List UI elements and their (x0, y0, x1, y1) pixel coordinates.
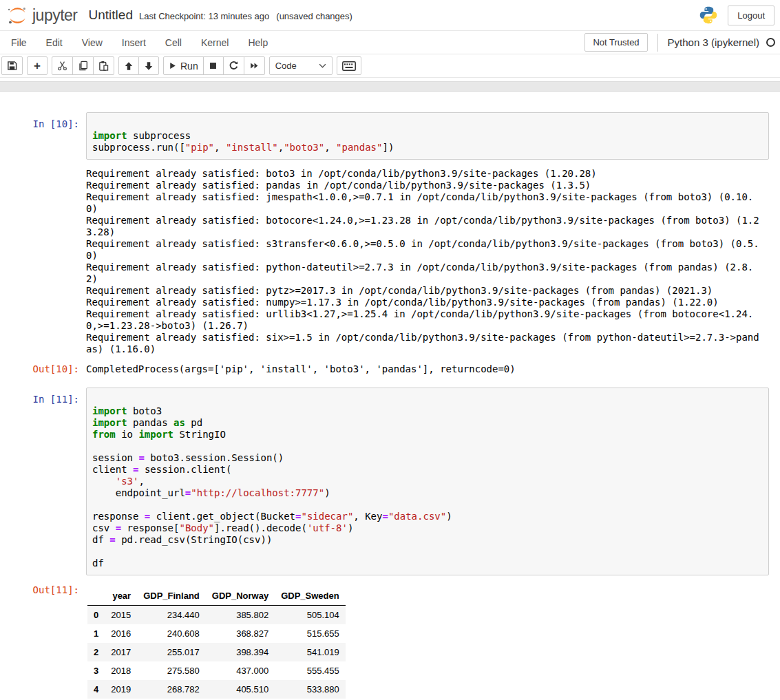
menu-item-file[interactable]: File (1, 32, 36, 54)
run-cell-button[interactable]: Run (163, 56, 204, 75)
code-line (92, 118, 766, 130)
row-index: 3 (87, 661, 105, 680)
cell-type-select[interactable]: Code (269, 56, 333, 75)
copy-cell-button[interactable] (72, 56, 94, 75)
code-line (92, 499, 766, 511)
menu-item-cell[interactable]: Cell (156, 32, 191, 54)
toolbar: + (0, 54, 780, 78)
fast-forward-icon (249, 61, 260, 70)
code-line (92, 394, 766, 405)
copy-icon (78, 61, 88, 71)
row-index: 0 (87, 606, 105, 625)
code-editor-2[interactable]: import boto3import pandas as pdfrom io i… (86, 388, 769, 575)
kernel-idle-icon (766, 38, 775, 47)
table-row: 12016240.608368.827515.655 (87, 624, 346, 643)
code-line: session = boto3.session.Session() (92, 452, 766, 464)
menu-bar: FileEditViewInsertCellKernelHelp Not Tru… (0, 31, 780, 54)
column-header: GDP_Finland (137, 586, 206, 606)
table-cell: 505.104 (275, 606, 346, 625)
code-line: endpoint_url="http://localhost:7777") (92, 487, 766, 499)
output-row-1: Out[10]: CompletedProcess(args=['pip', '… (0, 363, 780, 375)
table-cell: 2015 (105, 606, 137, 625)
table-cell: 240.608 (137, 624, 206, 643)
code-line (92, 441, 766, 452)
table-cell: 368.827 (206, 624, 275, 643)
row-index: 1 (87, 624, 105, 643)
table-cell: 2017 (105, 643, 137, 661)
move-cell-down-button[interactable] (138, 56, 159, 75)
not-trusted-button[interactable]: Not Trusted (584, 33, 647, 52)
code-line: client = session.client( (92, 464, 766, 476)
input-prompt: In [10]: (0, 112, 86, 130)
notebook-header: jupyter Untitled Last Checkpoint: 13 min… (0, 0, 780, 31)
restart-icon (229, 61, 239, 71)
code-line: response = client.get_object(Bucket="sid… (92, 511, 766, 522)
jupyter-logo[interactable]: jupyter (7, 6, 78, 25)
play-icon (169, 61, 177, 70)
code-line: 's3', (92, 476, 766, 487)
code-line: import pandas as pd (92, 417, 766, 429)
table-cell: 405.510 (206, 680, 275, 699)
table-row: 22017255.017398.394541.019 (87, 643, 346, 661)
table-cell: 2019 (105, 680, 137, 699)
code-editor-1[interactable]: import subprocesssubprocess.run(["pip", … (86, 112, 769, 160)
table-cell: 515.655 (275, 624, 346, 643)
cut-cell-button[interactable] (52, 56, 73, 75)
restart-run-all-button[interactable] (244, 56, 265, 75)
code-line (92, 546, 766, 558)
notebook-top-shadow (0, 81, 780, 92)
plus-icon: + (34, 60, 41, 72)
table-row: 32018275.580437.000555.455 (87, 661, 346, 680)
input-prompt: In [11]: (0, 388, 86, 405)
menu-item-insert[interactable]: Insert (112, 32, 156, 54)
menu-item-help[interactable]: Help (238, 32, 277, 54)
chevron-down-icon (319, 63, 326, 68)
code-line: import boto3 (92, 405, 766, 417)
output-result-1: CompletedProcess(args=['pip', 'install',… (86, 363, 516, 375)
interrupt-kernel-button[interactable] (203, 56, 224, 75)
table-cell: 398.394 (206, 643, 275, 661)
stop-icon (209, 61, 218, 70)
scissors-icon (57, 61, 67, 71)
dataframe-output: yearGDP_FinlandGDP_NorwayGDP_Sweden02015… (86, 584, 346, 699)
title-area: Untitled Last Checkpoint: 13 minutes ago… (89, 8, 352, 23)
jupyter-logo-text: jupyter (32, 6, 78, 25)
output-prompt: Out[11]: (0, 584, 86, 596)
code-line: df (92, 558, 766, 569)
menu-item-view[interactable]: View (72, 32, 112, 54)
table-cell: 234.440 (137, 606, 206, 625)
dataframe-table: yearGDP_FinlandGDP_NorwayGDP_Sweden02015… (87, 586, 346, 699)
code-cell-2: In [11]: import boto3import pandas as pd… (0, 388, 780, 575)
table-cell: 275.580 (137, 661, 206, 680)
row-index: 4 (87, 680, 105, 699)
save-button[interactable] (1, 56, 23, 75)
arrow-up-icon (124, 61, 134, 71)
command-palette-button[interactable] (337, 56, 361, 75)
output-row-2: Out[11]: yearGDP_FinlandGDP_NorwayGDP_Sw… (0, 584, 780, 699)
menu-item-kernel[interactable]: Kernel (191, 32, 238, 54)
stream-output-1: Requirement already satisfied: boto3 in … (86, 168, 761, 355)
paste-cell-button[interactable] (93, 56, 114, 75)
move-cell-up-button[interactable] (118, 56, 139, 75)
jupyter-logo-icon (7, 6, 28, 25)
column-header: year (105, 586, 137, 606)
menu-item-edit[interactable]: Edit (36, 32, 72, 54)
table-cell: 2016 (105, 624, 137, 643)
table-cell: 533.880 (275, 680, 346, 699)
cell-type-value: Code (275, 61, 297, 71)
table-corner (87, 586, 105, 606)
arrow-down-icon (144, 61, 154, 71)
add-cell-button[interactable]: + (27, 56, 48, 75)
logout-button[interactable]: Logout (728, 6, 774, 25)
table-row: 02015234.440385.802505.104 (87, 606, 346, 625)
table-cell: 255.017 (137, 643, 206, 661)
restart-kernel-button[interactable] (223, 56, 244, 75)
checkpoint-status: Last Checkpoint: 13 minutes ago (139, 11, 269, 21)
menu-items: FileEditViewInsertCellKernelHelp (1, 32, 277, 54)
table-cell: 385.802 (206, 606, 275, 625)
code-line: subprocess.run(["pip", "install","boto3"… (92, 142, 766, 153)
keyboard-icon (342, 61, 356, 71)
table-row: 42019268.782405.510533.880 (87, 680, 346, 699)
kernel-name: Python 3 (ipykernel) (668, 36, 759, 48)
notebook-title[interactable]: Untitled (89, 8, 133, 23)
